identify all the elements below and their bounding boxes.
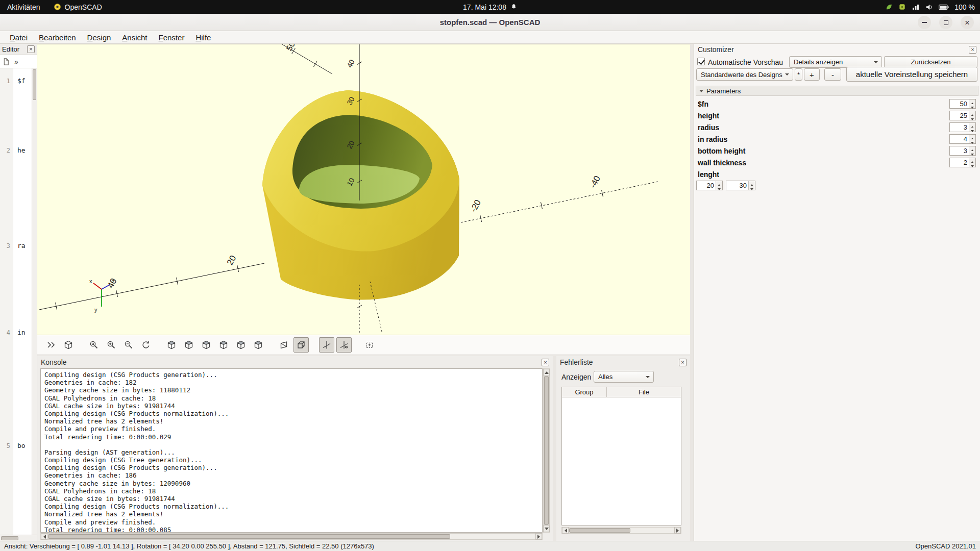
column-header-group[interactable]: Group — [562, 387, 607, 397]
version-text: OpenSCAD 2021.01 — [915, 542, 976, 550]
spin-down-icon[interactable] — [969, 139, 975, 144]
console-line: Total rendering time: 0:00:00.085 — [44, 526, 538, 533]
param-bottom-height-spinbox[interactable]: 3 — [949, 146, 976, 156]
clock-button[interactable]: 17. Mai 12:08 — [463, 3, 517, 11]
editor-horizontal-scrollbar[interactable] — [0, 535, 37, 541]
param-height-spinbox[interactable]: 25 — [949, 111, 976, 120]
view-all-button[interactable] — [362, 337, 377, 353]
spin-up-icon[interactable] — [716, 181, 722, 186]
system-tray[interactable]: 100 % — [885, 3, 975, 11]
menu-hilfe[interactable]: Hilfe — [190, 33, 216, 42]
console-horizontal-scrollbar[interactable] — [40, 533, 543, 540]
param-lenght-spinbox-1[interactable]: 20 — [696, 181, 723, 190]
spin-down-icon[interactable] — [969, 116, 975, 120]
preset-combo[interactable]: Standardwerte des Designs — [696, 68, 793, 81]
spin-down-icon[interactable] — [969, 104, 975, 109]
show-axes-icon — [322, 340, 332, 350]
console-vertical-scrollbar[interactable] — [543, 368, 550, 533]
show-scale-button[interactable] — [336, 337, 352, 353]
menu-design[interactable]: Design — [82, 33, 117, 42]
spin-up-icon[interactable] — [969, 111, 975, 116]
line-number: 3 — [0, 242, 10, 249]
errorlist-panel-title: Fehlerliste — [560, 358, 593, 366]
param-radius-spinbox[interactable]: 3 — [949, 122, 976, 132]
maximize-button[interactable] — [939, 16, 952, 29]
menu-fenster[interactable]: Fenster — [153, 33, 190, 42]
spin-down-icon[interactable] — [716, 186, 722, 190]
show-axes-button[interactable] — [319, 337, 334, 353]
zoom-all-button[interactable] — [86, 337, 102, 353]
view-left-button[interactable] — [216, 337, 231, 353]
console-line: Compiling design (CSG Tree generation)..… — [44, 456, 538, 464]
code-fragment: he — [17, 146, 26, 154]
view-top-button[interactable] — [181, 337, 197, 353]
param-label-bottom-height: bottom height — [698, 147, 745, 155]
view-front-icon — [236, 340, 246, 350]
window-title: stopfen.scad — OpenSCAD — [440, 18, 541, 27]
spin-down-icon[interactable] — [969, 163, 975, 167]
zoom-in-button[interactable] — [104, 337, 119, 353]
new-file-icon[interactable] — [3, 58, 10, 66]
spin-down-icon[interactable] — [969, 151, 975, 156]
preset-remove-button[interactable]: - — [824, 68, 841, 81]
zoom-out-button[interactable] — [121, 337, 136, 353]
param-fn-spinbox[interactable]: 50 — [949, 99, 976, 109]
perspective-view-button[interactable] — [276, 337, 291, 353]
reset-button[interactable]: Zurücksetzen — [884, 56, 977, 68]
editor-vertical-scrollbar[interactable] — [32, 68, 37, 535]
activities-button[interactable]: Aktivitäten — [7, 3, 40, 11]
reset-view-button[interactable] — [138, 337, 154, 353]
toolbar-expand-button[interactable] — [43, 337, 59, 353]
console-line: Geometries in cache: 186 — [44, 471, 538, 479]
editor-code-area[interactable]: 1$f 2he 3ra 4in 5bo — [0, 68, 32, 535]
x-label-n20: -20 — [469, 198, 483, 214]
3d-viewport[interactable]: 20 40 -20 -40 50 40 30 20 10 — [37, 44, 690, 335]
crosshair-icon — [364, 340, 375, 350]
spin-up-icon[interactable] — [969, 99, 975, 104]
param-in-radius-spinbox[interactable]: 4 — [949, 134, 976, 144]
spin-up-icon[interactable] — [969, 135, 975, 139]
parameters-section-header[interactable]: Parameters — [696, 86, 978, 96]
view-cube-button[interactable] — [61, 337, 76, 353]
param-label-height: height — [698, 112, 719, 120]
details-combo[interactable]: Details anzeigen — [789, 56, 882, 68]
errorlist-horizontal-scrollbar[interactable] — [561, 527, 681, 534]
view-back-button[interactable] — [251, 337, 266, 353]
save-preset-button[interactable]: aktuelle Voreinstellung speichern — [846, 67, 977, 82]
close-window-button[interactable]: × — [961, 16, 974, 29]
editor-close-button[interactable]: × — [27, 45, 35, 53]
console-close-button[interactable]: × — [542, 359, 549, 366]
auto-preview-checkbox[interactable] — [697, 58, 705, 65]
preset-star-button[interactable]: * — [795, 68, 802, 81]
battery-percentage: 100 % — [954, 3, 975, 11]
editor-toolbar-expander[interactable]: » — [14, 58, 18, 66]
view-right-button[interactable] — [164, 337, 179, 353]
view-front-button[interactable] — [233, 337, 249, 353]
spin-up-icon[interactable] — [969, 146, 975, 151]
notification-bell-icon — [510, 4, 517, 10]
error-filter-combo[interactable]: Alles — [594, 371, 654, 383]
menu-ansicht[interactable]: Ansicht — [116, 33, 153, 42]
console-line: CGAL Polyhedrons in cache: 18 — [44, 487, 538, 495]
param-label-in-radius: in radius — [698, 135, 727, 143]
menu-datei[interactable]: Datei — [4, 33, 33, 42]
desktop-top-bar: Aktivitäten OpenSCAD 17. Mai 12:08 100 % — [0, 0, 980, 14]
view-left-icon — [218, 340, 229, 350]
spin-up-icon[interactable] — [969, 123, 975, 128]
param-wall-thickness-spinbox[interactable]: 2 — [949, 158, 976, 167]
column-header-file[interactable]: File — [607, 387, 681, 397]
window-title-bar[interactable]: stopfen.scad — OpenSCAD × — [0, 14, 980, 31]
spin-down-icon[interactable] — [749, 186, 755, 190]
minimize-button[interactable] — [918, 16, 931, 29]
errorlist-close-button[interactable]: × — [679, 359, 687, 366]
param-lenght-spinbox-2[interactable]: 30 — [726, 181, 755, 190]
spin-down-icon[interactable] — [969, 128, 975, 132]
customizer-close-button[interactable]: × — [969, 46, 976, 54]
spin-up-icon[interactable] — [969, 158, 975, 163]
spin-up-icon[interactable] — [749, 181, 755, 186]
view-bottom-button[interactable] — [199, 337, 214, 353]
preset-add-button[interactable]: + — [804, 68, 820, 81]
app-menu-button[interactable]: OpenSCAD — [54, 3, 102, 11]
menu-bearbeiten[interactable]: Bearbeiten — [33, 33, 82, 42]
orthographic-view-button[interactable] — [293, 337, 309, 353]
